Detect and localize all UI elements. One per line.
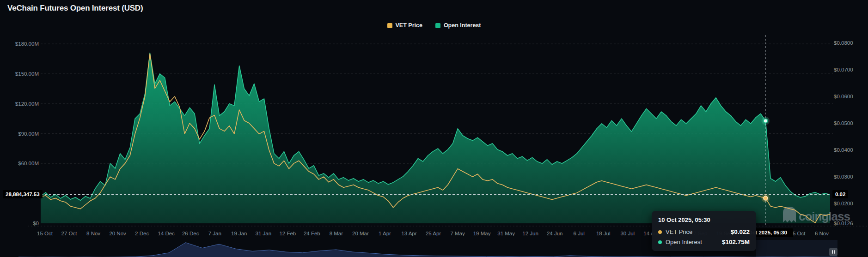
legend-item-vet-price[interactable]: VET Price [387, 22, 422, 29]
x-axis-label: 2 Dec [135, 230, 149, 237]
x-axis-label: 6 Jul [574, 230, 585, 237]
y-axis-label-left: $0 [0, 220, 39, 227]
y-axis-label-right: $0.0700 [834, 66, 853, 73]
x-axis-label: 7 Jan [208, 230, 221, 237]
x-axis-label: 1 Apr [379, 230, 391, 237]
x-axis-label: 8 Nov [86, 230, 100, 237]
y-axis-label-right: $0.0300 [834, 173, 853, 180]
x-axis-label: 31 Jan [256, 230, 272, 237]
open-interest-marker [764, 119, 768, 123]
tooltip-date: 10 Oct 2025, 05:30 [658, 216, 750, 223]
x-axis-label: 20 Mar [352, 230, 369, 237]
y-axis-label-left: $150.00M [0, 71, 39, 77]
x-axis-label: 20 Nov [109, 230, 126, 237]
legend-item-open-interest[interactable]: Open Interest [435, 22, 481, 29]
y-axis-label-right: $0.0800 [834, 40, 853, 46]
x-axis-label: 8 Mar [330, 230, 343, 237]
x-axis-label: 12 Feb [279, 230, 296, 237]
y-axis-label-left: $90.00M [0, 131, 39, 137]
x-axis-label: 31 May [497, 230, 515, 237]
open-interest-swatch-icon [435, 23, 440, 28]
navigator-mask[interactable] [756, 240, 837, 257]
tooltip-row-open-interest: Open Interest $102.75M [658, 239, 750, 245]
legend-label: VET Price [396, 22, 422, 29]
vet-price-swatch-icon [387, 23, 392, 28]
open-interest-area [41, 53, 830, 224]
x-axis-label: 27 Oct [61, 230, 77, 237]
legend: VET Price Open Interest [0, 22, 868, 29]
y-axis-label-right: $0.0400 [834, 147, 853, 153]
y-axis-label-right: $0.0600 [834, 93, 853, 100]
x-axis-label: 13 Apr [401, 230, 416, 237]
current-price-badge: 0.02 [832, 190, 848, 198]
chart-panel: { "title": "VeChain Futures Open Interes… [0, 0, 868, 257]
y-axis-label-left: $120.00M [0, 101, 39, 107]
open-interest-dot-icon [658, 240, 662, 244]
pause-button[interactable] [829, 248, 837, 256]
y-axis-label-right: $0.0200 [834, 200, 853, 207]
tooltip-row-vet-price: VET Price $0.022 [658, 228, 750, 235]
y-axis-label-left: $60.00M [0, 160, 39, 167]
current-open-interest-badge: 28,884,347.53 [3, 190, 43, 198]
vet-price-dot-icon [658, 230, 662, 234]
y-axis-label-left: $180.00M [0, 41, 39, 47]
x-axis-label: 19 May [473, 230, 491, 237]
x-axis-label: 18 Jul [596, 230, 611, 237]
y-axis-label-right: $0.0500 [834, 120, 853, 126]
x-axis-label: 25 Apr [426, 230, 441, 237]
x-axis-label: 14 Dec [158, 230, 174, 237]
page-title: VeChain Futures Open Interest (USD) [7, 4, 143, 13]
vet-price-marker [764, 196, 768, 200]
tooltip: 10 Oct 2025, 05:30 VET Price $0.022 Open… [652, 211, 756, 251]
x-axis-label: 15 Oct [37, 230, 53, 237]
coinglass-logo-icon [783, 207, 796, 222]
x-axis-label: 7 May [450, 230, 465, 237]
x-axis-label: 24 Jun [547, 230, 563, 237]
x-axis-label: 26 Dec [182, 230, 199, 237]
legend-label: Open Interest [444, 22, 481, 29]
x-axis-label: 12 Jun [522, 230, 538, 237]
x-axis-label: 24 Feb [304, 230, 320, 237]
pause-icon [832, 250, 833, 254]
x-axis-label: 30 Jul [620, 230, 635, 237]
x-axis-label: 6 Nov [815, 230, 829, 237]
y-axis-label-right: $0.0126 [834, 220, 853, 227]
x-axis-label: 19 Jan [231, 230, 247, 237]
